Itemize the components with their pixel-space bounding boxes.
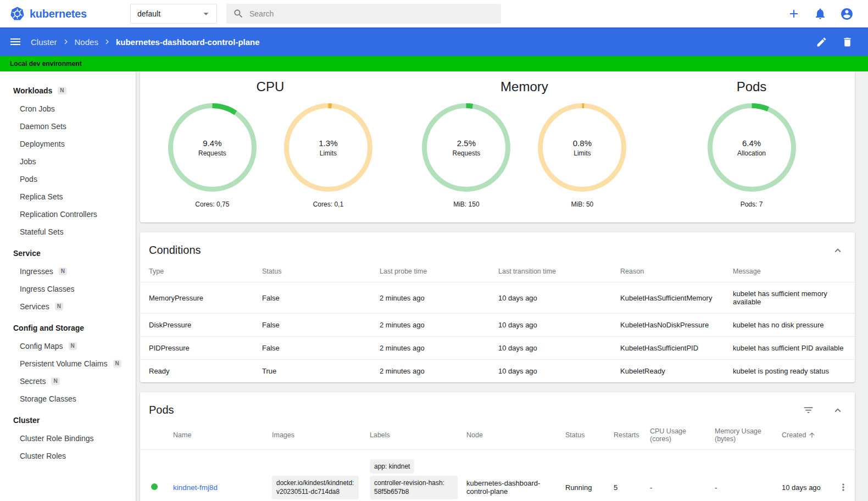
sidebar-item-label: Daemon Sets: [20, 122, 66, 131]
cpu-requests-donut: 9.4% Requests: [167, 102, 258, 193]
sidebar-item-ingress-classes[interactable]: Ingress Classes: [0, 280, 136, 298]
pods-table: Name Images Labels Node Status Restarts …: [140, 421, 855, 501]
sidebar-item-label: Secrets: [20, 377, 46, 386]
condition-status: False: [257, 314, 374, 337]
delete-button[interactable]: [842, 36, 853, 48]
pencil-icon: [816, 36, 827, 48]
chevron-up-icon: [832, 244, 844, 257]
pod-created: 10 days ago: [777, 450, 833, 501]
column-header-status-icon: [140, 421, 169, 450]
condition-probe-time: 2 minutes ago: [374, 282, 493, 314]
breadcrumb-cluster[interactable]: Cluster: [31, 37, 57, 47]
sidebar-item-cron-jobs[interactable]: Cron Jobs: [0, 100, 136, 118]
column-header-last-transition-time: Last transition time: [493, 261, 615, 282]
sidebar-item-jobs[interactable]: Jobs: [0, 153, 136, 170]
section-title: Cluster: [13, 416, 40, 425]
condition-probe-time: 2 minutes ago: [374, 337, 493, 360]
edit-button[interactable]: [816, 36, 827, 48]
donut-metric-label: Limits: [574, 149, 591, 157]
breadcrumb-nodes[interactable]: Nodes: [75, 37, 98, 47]
account-button[interactable]: [840, 7, 854, 21]
sidebar-item-label: Deployments: [20, 140, 65, 148]
namespaced-badge: N: [59, 268, 67, 275]
account-icon: [840, 7, 854, 21]
column-header-labels: Labels: [365, 421, 462, 450]
column-header-reason: Reason: [615, 261, 727, 282]
sidebar-item-persistent-volume-claims[interactable]: Persistent Volume ClaimsN: [0, 355, 136, 372]
condition-transition-time: 10 days ago: [493, 337, 615, 360]
donut-footer: Pods: 7: [741, 201, 763, 208]
condition-row: Ready True 2 minutes ago 10 days ago Kub…: [140, 360, 855, 383]
resource-actions: [816, 36, 868, 48]
pod-actions-button[interactable]: [838, 482, 849, 493]
sidebar-item-daemon-sets[interactable]: Daemon Sets: [0, 118, 136, 135]
conditions-header-row: Type Status Last probe time Last transit…: [140, 261, 855, 282]
namespaced-badge: N: [69, 342, 77, 350]
pods-collapse-button[interactable]: [832, 404, 844, 416]
column-header-name[interactable]: Name: [169, 421, 268, 450]
memory-limits-chart: 0.8% Limits MiB: 50: [537, 102, 627, 208]
donut-footer: Cores: 0,75: [195, 201, 229, 208]
sidebar-item-ingresses[interactable]: IngressesN: [0, 263, 136, 280]
chevron-right-icon: [102, 37, 112, 47]
condition-transition-time: 10 days ago: [493, 282, 615, 314]
column-header-created[interactable]: Created: [777, 421, 833, 450]
column-header-images[interactable]: Images: [268, 421, 365, 450]
sidebar-item-label: Cron Jobs: [20, 104, 55, 113]
pods-title: Pods: [648, 79, 855, 94]
column-header-node[interactable]: Node: [462, 421, 561, 450]
namespace-selector[interactable]: default: [130, 4, 217, 24]
search-input[interactable]: [249, 9, 494, 18]
condition-type: MemoryPressure: [140, 282, 257, 314]
create-resource-button[interactable]: [787, 7, 800, 20]
donut-metric-label: Requests: [453, 149, 481, 157]
sidebar-item-config-maps[interactable]: Config MapsN: [0, 337, 136, 355]
pod-name-link[interactable]: kindnet-fmj8d: [173, 483, 218, 492]
donut-percentage: 9.4%: [203, 138, 221, 148]
condition-type: PIDPressure: [140, 337, 257, 360]
cpu-title: CPU: [140, 79, 400, 94]
condition-status: True: [257, 360, 374, 383]
action-bar: Cluster Nodes kubernetes-dashboard-contr…: [0, 27, 868, 56]
sidebar-item-storage-classes[interactable]: Storage Classes: [0, 390, 136, 408]
condition-reason: KubeletHasSufficientMemory: [615, 282, 727, 314]
namespaced-badge: N: [58, 87, 66, 94]
condition-row: PIDPressure False 2 minutes ago 10 days …: [140, 337, 855, 360]
column-header-restarts[interactable]: Restarts: [609, 421, 646, 450]
condition-message: kubelet has sufficient PID available: [727, 337, 855, 360]
plus-icon: [787, 7, 800, 20]
pods-filter-button[interactable]: [803, 404, 814, 416]
pod-cpu-usage: -: [646, 450, 710, 501]
sidebar-item-stateful-sets[interactable]: Stateful Sets: [0, 223, 136, 241]
notifications-button[interactable]: [814, 7, 827, 20]
sidebar-item-secrets[interactable]: SecretsN: [0, 372, 136, 390]
sidebar-item-cluster-role-bindings[interactable]: Cluster Role Bindings: [0, 430, 136, 447]
pod-label-chip: app: kindnet: [370, 459, 414, 474]
menu-button[interactable]: [0, 35, 31, 48]
hamburger-icon: [9, 35, 22, 48]
brand-name: kubernetes: [30, 8, 87, 20]
condition-type: DiskPressure: [140, 314, 257, 337]
pod-label-chip: controller-revision-hash: 58f5b657b8: [370, 476, 458, 499]
sidebar-item-replication-controllers[interactable]: Replication Controllers: [0, 205, 136, 223]
sidebar-item-services[interactable]: ServicesN: [0, 298, 136, 315]
section-title: Workloads: [13, 86, 52, 95]
donut-metric-label: Limits: [320, 149, 337, 157]
section-title: Config and Storage: [13, 324, 84, 332]
sidebar-item-cluster-roles[interactable]: Cluster Roles: [0, 447, 136, 465]
search-icon: [233, 8, 244, 19]
sidebar-item-deployments[interactable]: Deployments: [0, 135, 136, 153]
sidebar-item-replica-sets[interactable]: Replica Sets: [0, 188, 136, 205]
column-header-status[interactable]: Status: [561, 421, 609, 450]
cpu-limits-chart: 1.3% Limits Cores: 0,1: [283, 102, 374, 208]
column-header-memory-usage: Memory Usage (bytes): [710, 421, 777, 450]
conditions-collapse-button[interactable]: [832, 244, 844, 257]
search-bar[interactable]: [226, 4, 501, 24]
chevron-right-icon: [61, 37, 71, 47]
memory-requests-chart: 2.5% Requests MiB: 150: [421, 102, 511, 208]
sidebar-item-label: Config Maps: [20, 342, 63, 350]
bell-icon: [814, 7, 827, 20]
sidebar-item-label: Cluster Roles: [20, 452, 66, 460]
sidebar-item-pods[interactable]: Pods: [0, 170, 136, 188]
pods-card: Pods Name Im: [140, 392, 855, 501]
